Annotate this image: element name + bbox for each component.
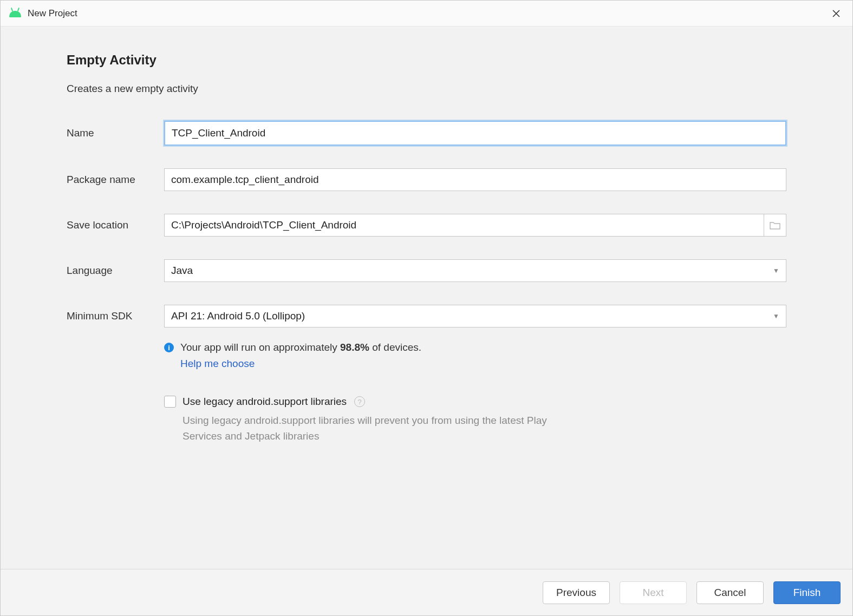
- row-min-sdk: Minimum SDK API 21: Android 5.0 (Lollipo…: [67, 305, 786, 327]
- cancel-button[interactable]: Cancel: [696, 581, 764, 604]
- browse-location-button[interactable]: [764, 214, 786, 237]
- name-input[interactable]: [164, 121, 786, 146]
- legacy-checkbox-label: Use legacy android.support libraries: [183, 396, 347, 408]
- close-button[interactable]: [825, 3, 847, 24]
- page-heading: Empty Activity: [67, 53, 786, 68]
- close-icon: [832, 9, 841, 18]
- min-sdk-select[interactable]: API 21: Android 5.0 (Lollipop) ▼: [164, 305, 786, 327]
- android-logo-icon: [9, 10, 21, 17]
- info-prefix: Your app will run on approximately: [180, 342, 340, 353]
- sdk-info-block: i Your app will run on approximately 98.…: [164, 342, 786, 370]
- titlebar: New Project: [1, 1, 852, 27]
- language-select[interactable]: Java ▼: [164, 259, 786, 282]
- finish-button[interactable]: Finish: [773, 581, 841, 604]
- row-language: Language Java ▼: [67, 259, 786, 282]
- window-title: New Project: [28, 8, 77, 19]
- location-label: Save location: [67, 219, 164, 231]
- info-suffix: of devices.: [369, 342, 421, 353]
- package-label: Package name: [67, 174, 164, 186]
- row-package: Package name: [67, 168, 786, 191]
- package-input[interactable]: [164, 168, 786, 191]
- name-label: Name: [67, 127, 164, 139]
- row-location: Save location: [67, 214, 786, 237]
- legacy-description: Using legacy android.support libraries w…: [183, 413, 572, 444]
- min-sdk-value: API 21: Android 5.0 (Lollipop): [171, 310, 305, 322]
- min-sdk-label: Minimum SDK: [67, 310, 164, 322]
- row-name: Name: [67, 121, 786, 146]
- help-me-choose-link[interactable]: Help me choose: [180, 358, 786, 370]
- chevron-down-icon: ▼: [773, 312, 779, 320]
- sdk-info-line: i Your app will run on approximately 98.…: [164, 342, 786, 353]
- chevron-down-icon: ▼: [773, 267, 779, 274]
- legacy-checkbox[interactable]: [164, 396, 176, 408]
- legacy-block: Use legacy android.support libraries ? U…: [164, 396, 786, 444]
- previous-button[interactable]: Previous: [543, 581, 610, 604]
- language-label: Language: [67, 265, 164, 277]
- dialog-footer: Previous Next Cancel Finish: [1, 569, 852, 615]
- info-percent: 98.8%: [340, 342, 369, 353]
- help-icon[interactable]: ?: [354, 396, 365, 407]
- next-button: Next: [620, 581, 687, 604]
- new-project-dialog: New Project Empty Activity Creates a new…: [0, 0, 853, 616]
- location-input[interactable]: [164, 214, 764, 237]
- dialog-body: Empty Activity Creates a new empty activ…: [1, 27, 852, 569]
- language-value: Java: [171, 265, 193, 277]
- folder-icon: [770, 221, 780, 230]
- page-description: Creates a new empty activity: [67, 83, 786, 95]
- legacy-check-row: Use legacy android.support libraries ?: [164, 396, 786, 408]
- info-icon: i: [164, 343, 174, 352]
